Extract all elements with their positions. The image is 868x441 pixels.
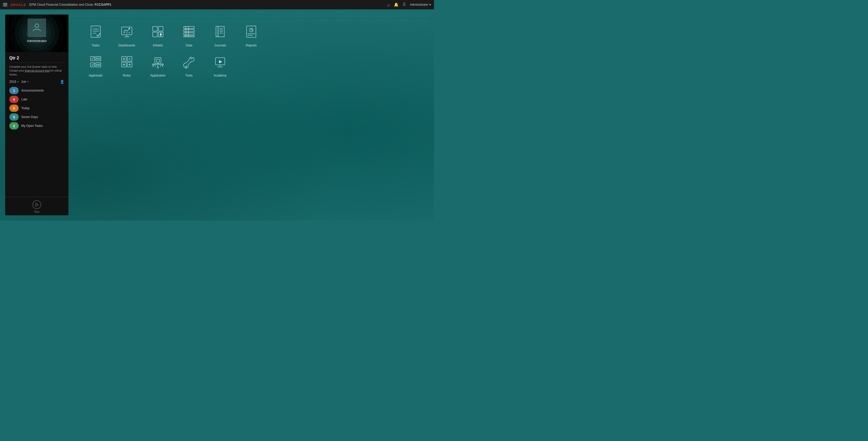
task-item-my-open-tasks[interactable]: 2 My Open Tasks (9, 122, 64, 129)
play-icon (35, 203, 39, 206)
svg-point-27 (160, 35, 161, 36)
avatar (28, 19, 46, 37)
svg-point-26 (160, 34, 161, 35)
announcements-label: Announcements (21, 89, 44, 92)
svg-point-18 (129, 28, 130, 29)
task-item-late[interactable]: 0 Late (9, 96, 64, 103)
tools-label: Tools (185, 74, 193, 77)
app-item-dashboards[interactable]: Dashboards (115, 22, 138, 47)
late-label: Late (21, 97, 27, 101)
svg-point-20 (126, 32, 127, 33)
svg-point-73 (160, 66, 161, 66)
seven-days-label: Seven Days (21, 115, 38, 119)
app-item-tasks[interactable]: Tasks (84, 22, 107, 47)
approvals-icon (86, 52, 105, 71)
app-title: EPM Cloud Financial Consolidation and Cl… (29, 3, 384, 6)
svg-point-72 (158, 63, 158, 64)
dashboards-icon (118, 22, 136, 41)
tasks-icon (86, 22, 105, 41)
financial-account-lead-link[interactable]: financial account lead (25, 69, 50, 72)
year-dropdown-arrow: ▼ (17, 81, 19, 83)
notification-icon[interactable]: 🔔 (394, 2, 399, 7)
application-icon (149, 52, 167, 71)
svg-point-71 (157, 67, 158, 68)
infolets-icon (149, 22, 167, 41)
seven-days-badge: 0 (9, 113, 19, 121)
user-menu[interactable]: Administrator ▾ (410, 3, 431, 6)
svg-point-69 (152, 64, 154, 65)
my-open-tasks-badge: 2 (9, 122, 19, 129)
rules-label: Rules (123, 74, 131, 77)
svg-rect-30 (184, 30, 194, 32)
svg-rect-22 (153, 26, 157, 31)
svg-point-74 (155, 66, 156, 66)
task-item-seven-days[interactable]: 0 Seven Days (9, 113, 64, 121)
svg-marker-76 (219, 60, 222, 63)
hamburger-menu[interactable] (3, 3, 7, 6)
svg-rect-50 (96, 65, 101, 67)
svg-point-19 (129, 32, 130, 33)
admin-name: Administrator (27, 39, 47, 43)
svg-rect-23 (158, 26, 163, 31)
tour-section: Tour (5, 197, 68, 215)
reports-icon (242, 22, 260, 41)
app-item-infolets[interactable]: Infolets (146, 22, 169, 47)
qtr-description: Complete your 2nd Quarter tasks on time.… (9, 65, 64, 77)
svg-rect-45 (91, 57, 95, 61)
svg-rect-46 (96, 57, 101, 58)
app-item-application[interactable]: Application (146, 52, 169, 77)
svg-rect-48 (91, 63, 95, 67)
right-panel: Tasks Dashboards (74, 14, 429, 215)
reports-label: Reports (246, 43, 257, 47)
journals-icon (211, 22, 229, 41)
date-row: 2016 ▼ Jun ▼ 👤 (9, 80, 64, 84)
app-item-rules[interactable]: Rules (115, 52, 138, 77)
app-item-reports[interactable]: Reports (240, 22, 263, 47)
dashboards-label: Dashboards (119, 43, 135, 47)
month-dropdown-arrow: ▼ (27, 81, 29, 83)
data-label: Data (186, 43, 192, 47)
app-item-data[interactable]: Data (177, 22, 201, 47)
svg-rect-24 (153, 32, 157, 37)
left-panel: Administrator Qtr 2 Complete your 2nd Qu… (5, 14, 68, 215)
rules-icon (118, 52, 136, 71)
main-content: Administrator Qtr 2 Complete your 2nd Qu… (0, 9, 434, 220)
svg-rect-11 (91, 26, 100, 37)
users-icon[interactable]: ⠿ (403, 2, 406, 7)
svg-rect-49 (96, 63, 101, 64)
my-open-tasks-label: My Open Tasks (21, 124, 42, 128)
svg-point-28 (160, 33, 161, 33)
app-grid: Tasks Dashboards (84, 22, 263, 77)
infolets-label: Infolets (153, 43, 163, 47)
panel-header: Administrator (5, 14, 68, 52)
approvals-label: Approvals (89, 74, 102, 77)
svg-rect-31 (184, 33, 194, 35)
tour-button[interactable] (32, 200, 41, 209)
svg-point-21 (124, 32, 124, 33)
navbar: ORACLE EPM Cloud Financial Consolidation… (0, 0, 434, 9)
panel-divider (9, 62, 64, 63)
tasks-label: Tasks (92, 43, 100, 47)
app-item-approvals[interactable]: Approvals (84, 52, 107, 77)
panel-body: Qtr 2 Complete your 2nd Quarter tasks on… (5, 52, 68, 197)
journals-label: Journals (214, 43, 226, 47)
task-item-today[interactable]: 0 Today (9, 105, 64, 112)
today-label: Today (21, 106, 30, 110)
announcements-badge: 1 (9, 87, 19, 94)
svg-rect-63 (156, 59, 159, 62)
data-icon (180, 22, 198, 41)
svg-point-70 (162, 64, 163, 65)
home-icon[interactable]: ⌂ (388, 3, 390, 7)
task-item-announcements[interactable]: 1 Announcements (9, 87, 64, 94)
qtr-title: Qtr 2 (9, 56, 64, 60)
year-selector[interactable]: 2016 ▼ (9, 80, 19, 84)
month-selector[interactable]: Jun ▼ (21, 80, 29, 84)
app-item-academy[interactable]: Academy (209, 52, 232, 77)
add-user-icon[interactable]: 👤 (60, 80, 64, 84)
academy-icon (211, 52, 229, 71)
app-item-tools[interactable]: Tools (177, 52, 201, 77)
svg-rect-62 (155, 58, 161, 64)
tools-icon (180, 52, 198, 71)
today-badge: 0 (9, 105, 19, 112)
app-item-journals[interactable]: Journals (209, 22, 232, 47)
